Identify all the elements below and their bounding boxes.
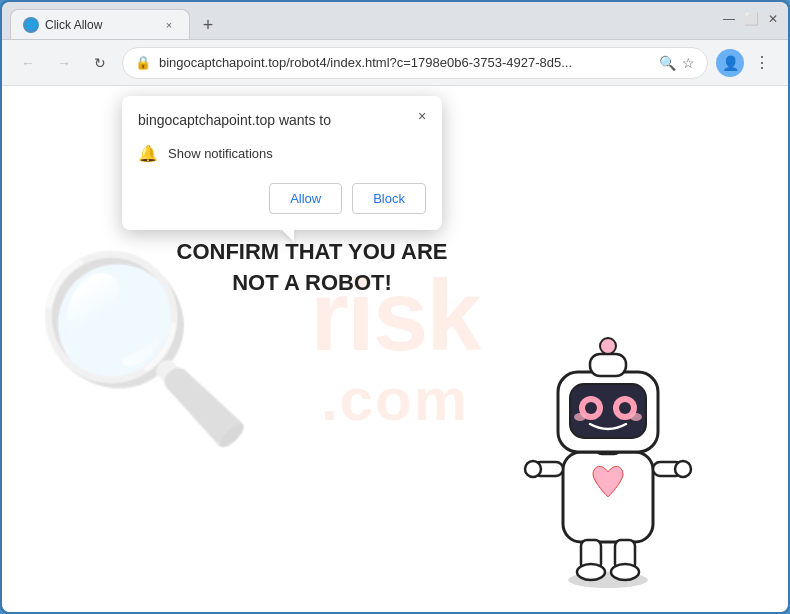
robot-illustration bbox=[508, 312, 708, 592]
svg-point-5 bbox=[675, 461, 691, 477]
popup-buttons: Allow Block bbox=[138, 183, 426, 214]
title-bar: 🌐 Click Allow × + — ⬜ ✕ bbox=[2, 2, 788, 40]
svg-point-4 bbox=[525, 461, 541, 477]
popup-title: bingocaptchapoint.top wants to bbox=[138, 112, 426, 128]
menu-button[interactable]: ⋮ bbox=[748, 49, 776, 77]
popup-tail bbox=[282, 230, 294, 242]
maximize-button[interactable]: ⬜ bbox=[744, 12, 758, 26]
bookmark-icon[interactable]: ☆ bbox=[682, 55, 695, 71]
minimize-button[interactable]: — bbox=[722, 12, 736, 26]
watermark-text-2: .com bbox=[321, 365, 469, 434]
block-button[interactable]: Block bbox=[352, 183, 426, 214]
browser-window: 🌐 Click Allow × + — ⬜ ✕ ← → ↻ 🔒 bingocap… bbox=[2, 2, 788, 612]
svg-point-9 bbox=[600, 338, 616, 354]
address-text: bingocaptchapoint.top/robot4/index.html?… bbox=[159, 55, 651, 70]
lock-icon: 🔒 bbox=[135, 55, 151, 70]
svg-point-19 bbox=[577, 564, 605, 580]
profile-button[interactable]: 👤 bbox=[716, 49, 744, 77]
tab-title: Click Allow bbox=[45, 18, 155, 32]
new-tab-button[interactable]: + bbox=[194, 11, 222, 39]
svg-rect-8 bbox=[590, 354, 626, 376]
close-window-button[interactable]: ✕ bbox=[766, 12, 780, 26]
refresh-button[interactable]: ↻ bbox=[86, 49, 114, 77]
permission-label: Show notifications bbox=[168, 146, 273, 161]
bell-icon: 🔔 bbox=[138, 144, 158, 163]
window-controls: — ⬜ ✕ bbox=[722, 12, 780, 30]
content-area: 🔍 risk .com CLICK «ALLOW» TO CONFIRM THA… bbox=[2, 86, 788, 612]
tab-close-btn[interactable]: × bbox=[161, 17, 177, 33]
popup-permission-row: 🔔 Show notifications bbox=[138, 140, 426, 167]
address-bar[interactable]: 🔒 bingocaptchapoint.top/robot4/index.htm… bbox=[122, 47, 708, 79]
popup-close-button[interactable]: × bbox=[412, 106, 432, 126]
address-icons: 🔍 ☆ bbox=[659, 55, 695, 71]
svg-point-15 bbox=[574, 413, 586, 421]
allow-button[interactable]: Allow bbox=[269, 183, 342, 214]
back-button[interactable]: ← bbox=[14, 49, 42, 77]
search-icon[interactable]: 🔍 bbox=[659, 55, 676, 71]
active-tab[interactable]: 🌐 Click Allow × bbox=[10, 9, 190, 39]
navigation-bar: ← → ↻ 🔒 bingocaptchapoint.top/robot4/ind… bbox=[2, 40, 788, 86]
svg-point-14 bbox=[619, 402, 631, 414]
forward-button[interactable]: → bbox=[50, 49, 78, 77]
notification-popup: bingocaptchapoint.top wants to × 🔔 Show … bbox=[122, 96, 442, 230]
svg-point-20 bbox=[611, 564, 639, 580]
tab-favicon: 🌐 bbox=[23, 17, 39, 33]
tab-strip: 🌐 Click Allow × + bbox=[10, 2, 722, 39]
svg-point-13 bbox=[585, 402, 597, 414]
svg-point-16 bbox=[630, 413, 642, 421]
toolbar-icons: 👤 ⋮ bbox=[716, 49, 776, 77]
